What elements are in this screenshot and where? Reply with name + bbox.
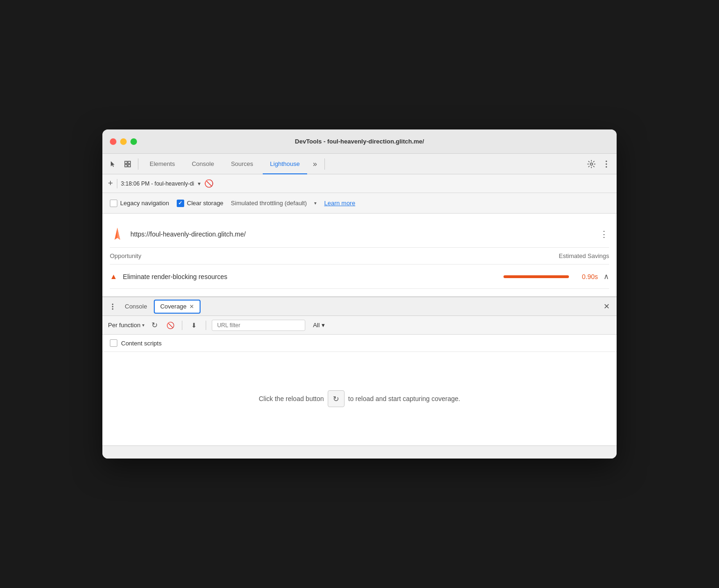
- opportunity-label: Opportunity: [110, 252, 141, 259]
- audit-bar-container: [503, 275, 569, 278]
- maximize-button[interactable]: [130, 138, 137, 145]
- close-button[interactable]: [110, 138, 116, 145]
- coverage-block-button[interactable]: 🚫: [164, 319, 176, 331]
- url-bar: + 3:18:06 PM - foul-heavenly-di ▾ 🚫: [102, 174, 617, 193]
- tab-console[interactable]: Console: [184, 154, 222, 174]
- coverage-toolbar-divider: [182, 321, 182, 330]
- inspect-icon[interactable]: [121, 158, 134, 171]
- reload-message: Click the reload button ↻ to reload and …: [259, 390, 460, 407]
- url-filter-input[interactable]: [212, 320, 305, 331]
- bottom-bar: [102, 445, 617, 459]
- options-bar: Legacy navigation Clear storage Simulate…: [102, 193, 617, 214]
- audit-row: ▲ Eliminate render-blocking resources 0.…: [110, 265, 609, 289]
- svg-point-5: [606, 160, 607, 162]
- traffic-lights: [110, 138, 137, 145]
- coverage-reload-button[interactable]: ↻: [148, 319, 160, 331]
- content-scripts-row: Content scripts: [102, 335, 617, 352]
- clear-storage-option[interactable]: Clear storage: [177, 200, 223, 207]
- inline-reload-icon: ↻: [333, 394, 339, 403]
- svg-point-10: [112, 303, 114, 305]
- audit-savings-value: 0.90s: [575, 273, 598, 280]
- coverage-panel: Console Coverage ✕ ✕ Per function ▾ ↻ 🚫: [102, 296, 617, 445]
- download-icon: ⬇: [191, 322, 197, 329]
- toolbar-right: [585, 158, 613, 171]
- block-icon: 🚫: [166, 322, 174, 329]
- toolbar-divider-2: [324, 158, 325, 170]
- url-bar-divider: [117, 179, 117, 188]
- all-dropdown-arrow: ▾: [322, 322, 325, 329]
- minimize-button[interactable]: [120, 138, 127, 145]
- lighthouse-url-text: https://foul-heavenly-direction.glitch.m…: [130, 230, 246, 238]
- coverage-toolbar-divider-2: [206, 321, 206, 330]
- reload-icon: ↻: [151, 321, 158, 330]
- legacy-navigation-checkbox[interactable]: [110, 200, 117, 207]
- coverage-toolbar: Per function ▾ ↻ 🚫 ⬇ All ▾: [102, 316, 617, 335]
- per-function-label: Per function: [108, 322, 140, 329]
- block-requests-icon[interactable]: 🚫: [204, 179, 214, 188]
- svg-point-7: [606, 166, 607, 167]
- svg-point-6: [606, 163, 607, 165]
- throttling-arrow-icon: ▾: [314, 201, 316, 206]
- lighthouse-logo: [110, 227, 125, 242]
- throttling-label: Simulated throttling (default): [231, 200, 307, 207]
- lighthouse-url-row: https://foul-heavenly-direction.glitch.m…: [110, 221, 609, 248]
- tab-coverage-panel[interactable]: Coverage ✕: [154, 300, 201, 314]
- window-title: DevTools - foul-heavenly-direction.glitc…: [295, 138, 424, 145]
- settings-icon[interactable]: [585, 158, 598, 171]
- panel-close-button[interactable]: ✕: [600, 300, 613, 313]
- svg-marker-9: [117, 228, 120, 240]
- audit-warning-icon: ▲: [110, 272, 117, 281]
- svg-rect-3: [128, 165, 130, 167]
- svg-rect-0: [125, 161, 127, 164]
- svg-rect-1: [128, 161, 130, 164]
- coverage-download-button[interactable]: ⬇: [188, 319, 200, 331]
- lighthouse-content: https://foul-heavenly-direction.glitch.m…: [102, 214, 617, 296]
- content-scripts-checkbox[interactable]: [110, 339, 117, 347]
- coverage-tabs-bar: Console Coverage ✕ ✕: [102, 297, 617, 316]
- audit-title: Eliminate render-blocking resources: [123, 273, 498, 280]
- url-timestamp: 3:18:06 PM - foul-heavenly-di: [121, 180, 194, 187]
- content-scripts-label: Content scripts: [121, 340, 162, 347]
- throttling-dropdown[interactable]: ▾: [314, 201, 316, 206]
- svg-point-11: [112, 306, 114, 307]
- opportunity-header: Opportunity Estimated Savings: [110, 248, 609, 265]
- toolbar-divider-1: [138, 158, 138, 170]
- per-function-dropdown[interactable]: Per function ▾: [108, 322, 144, 329]
- reload-message-after: to reload and start capturing coverage.: [348, 395, 460, 402]
- more-tabs-button[interactable]: »: [309, 160, 321, 168]
- all-dropdown[interactable]: All ▾: [309, 322, 328, 329]
- reload-message-before: Click the reload button: [259, 395, 324, 402]
- more-options-icon[interactable]: [600, 158, 613, 171]
- svg-point-4: [590, 163, 593, 165]
- per-function-arrow-icon: ▾: [142, 323, 144, 328]
- clear-storage-checkbox[interactable]: [177, 200, 184, 207]
- inline-reload-button[interactable]: ↻: [328, 390, 345, 407]
- add-tab-button[interactable]: +: [108, 179, 113, 188]
- tab-lighthouse[interactable]: Lighthouse: [263, 154, 308, 174]
- legacy-navigation-option[interactable]: Legacy navigation: [110, 200, 169, 207]
- estimated-savings-label: Estimated Savings: [559, 252, 609, 259]
- cursor-icon[interactable]: [106, 158, 119, 171]
- tab-sources[interactable]: Sources: [223, 154, 261, 174]
- audit-expand-chevron[interactable]: ∧: [604, 272, 609, 281]
- coverage-main-area: Click the reload button ↻ to reload and …: [102, 352, 617, 445]
- coverage-tab-close[interactable]: ✕: [189, 303, 194, 310]
- svg-point-12: [112, 308, 114, 309]
- main-toolbar: Elements Console Sources Lighthouse »: [102, 154, 617, 174]
- tab-console-panel[interactable]: Console: [119, 297, 153, 316]
- devtools-window: DevTools - foul-heavenly-direction.glitc…: [102, 129, 617, 459]
- url-dropdown-arrow[interactable]: ▾: [198, 180, 201, 187]
- title-bar: DevTools - foul-heavenly-direction.glitc…: [102, 129, 617, 154]
- learn-more-link[interactable]: Learn more: [324, 200, 355, 207]
- panel-more-options[interactable]: [106, 300, 119, 313]
- svg-rect-2: [125, 165, 127, 167]
- audit-savings-bar: [503, 275, 569, 278]
- lighthouse-url-left: https://foul-heavenly-direction.glitch.m…: [110, 227, 246, 242]
- lighthouse-more-options[interactable]: ⋮: [600, 229, 609, 239]
- tab-elements[interactable]: Elements: [142, 154, 182, 174]
